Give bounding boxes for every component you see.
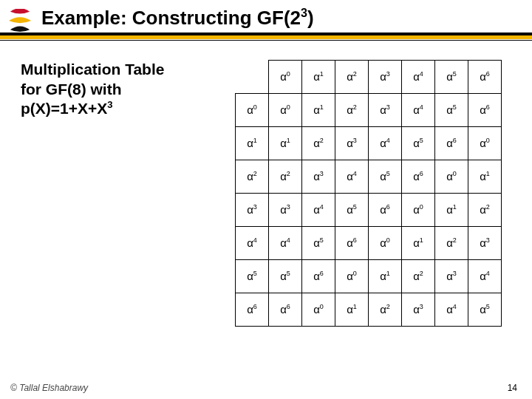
col-header: α0 [269,60,302,93]
table-cell: α3 [302,160,335,193]
table-cell: α0 [435,160,468,193]
table-cell: α0 [302,293,335,326]
table-cell: α6 [369,193,402,226]
table-cell: α1 [269,126,302,160]
title-pre: Example: Constructing GF(2 [41,7,301,29]
table-cell: α3 [468,226,502,259]
row-header: α1 [236,126,269,160]
table-cell: α4 [302,193,335,226]
subtitle-line2: for GF(8) with [21,81,121,98]
table-cell: α3 [402,293,435,326]
table-cell: α0 [335,259,369,293]
row-header: α5 [236,259,269,293]
subtitle-line3-sup: 3 [107,99,112,110]
row-header: α0 [236,93,269,126]
subtitle-line3-pre: p(X)=1+X+X [21,100,107,117]
table-cell: α1 [402,226,435,259]
slide-title: Example: Constructing GF(23) [41,6,314,30]
row-header: α6 [236,293,269,326]
table-cell: α3 [435,259,468,293]
subtitle-block: Multiplication Table for GF(8) with p(X)… [21,60,219,327]
table-cell: α4 [269,226,302,259]
table-corner [236,60,269,93]
table-cell: α0 [468,126,502,160]
col-header: α1 [302,60,335,93]
table-cell: α2 [302,126,335,160]
col-header: α2 [335,60,369,93]
table-cell: α3 [369,93,402,126]
col-header: α4 [402,60,435,93]
multiplication-table: α0α1α2α3α4α5α6α0α0α1α2α3α4α5α6α1α1α2α3α4… [235,60,502,327]
table-cell: α6 [468,93,502,126]
table-cell: α1 [369,259,402,293]
table-cell: α6 [402,160,435,193]
table-cell: α0 [369,226,402,259]
table-cell: α2 [335,93,369,126]
table-cell: α6 [335,226,369,259]
table-cell: α4 [335,160,369,193]
table-cell: α4 [402,93,435,126]
table-cell: α5 [269,259,302,293]
logo-icon [6,9,34,33]
slide-body: Multiplication Table for GF(8) with p(X)… [0,41,532,327]
table-cell: α1 [335,293,369,326]
table-cell: α4 [435,293,468,326]
table-cell: α4 [468,259,502,293]
table-cell: α2 [269,160,302,193]
table-cell: α3 [269,193,302,226]
slide: Example: Constructing GF(23) Multiplicat… [0,0,532,399]
table-cell: α1 [302,93,335,126]
table-cell: α5 [335,193,369,226]
table-cell: α6 [435,126,468,160]
table-cell: α5 [369,160,402,193]
table-cell: α5 [302,226,335,259]
table-cell: α6 [269,293,302,326]
table-cell: α2 [369,293,402,326]
slide-footer: © Tallal Elshabrawy 14 [0,383,532,393]
row-header: α4 [236,226,269,259]
table-cell: α0 [269,93,302,126]
title-post: ) [307,7,314,29]
page-number: 14 [508,383,517,393]
table-cell: α1 [435,193,468,226]
copyright: © Tallal Elshabrawy [10,383,88,393]
table-cell: α2 [402,259,435,293]
table-cell: α2 [435,226,468,259]
table-cell: α5 [468,293,502,326]
table-cell: α1 [468,160,502,193]
col-header: α6 [468,60,502,93]
table-cell: α2 [468,193,502,226]
col-header: α5 [435,60,468,93]
title-sup: 3 [301,6,307,19]
header-rule [0,33,532,41]
table-cell: α5 [402,126,435,160]
table-cell: α6 [302,259,335,293]
table-cell: α3 [335,126,369,160]
subtitle-line1: Multiplication Table [21,61,164,78]
row-header: α3 [236,193,269,226]
table-cell: α0 [402,193,435,226]
table-cell: α5 [435,93,468,126]
col-header: α3 [369,60,402,93]
row-header: α2 [236,160,269,193]
table-cell: α4 [369,126,402,160]
slide-header: Example: Constructing GF(23) [0,0,532,41]
